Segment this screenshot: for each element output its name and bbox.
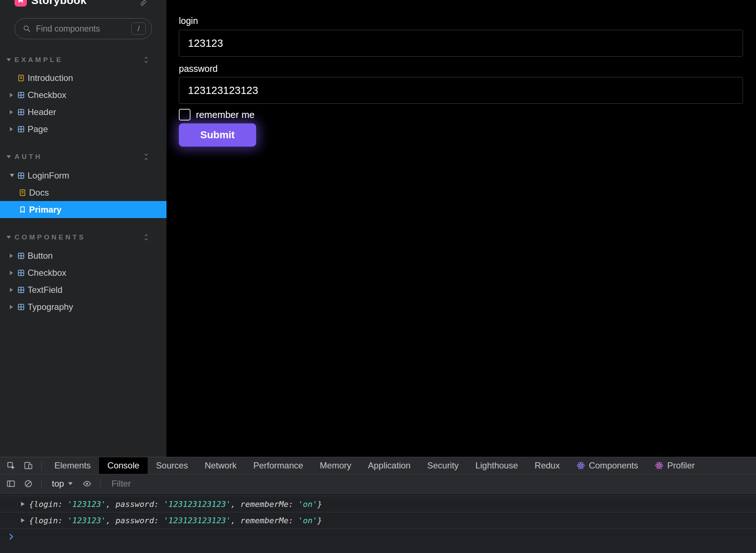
- device-toolbar-icon[interactable]: [20, 457, 37, 474]
- disclosure-triangle-icon[interactable]: [21, 518, 25, 523]
- caret-right-icon[interactable]: [10, 127, 13, 131]
- brand-title[interactable]: Storybook: [31, 0, 87, 7]
- console-message-row: {login: '123123', password: '12312312312…: [0, 512, 756, 529]
- section-collapse-all-icon[interactable]: [143, 153, 150, 160]
- tab-network[interactable]: Network: [196, 457, 245, 474]
- app-window: Storybook / EXAMPLE: [0, 0, 756, 553]
- sidebar-item-page[interactable]: Page: [0, 120, 167, 138]
- sidebar-item-header[interactable]: Header: [0, 103, 167, 120]
- tab-sources[interactable]: Sources: [148, 457, 196, 474]
- caret-right-icon[interactable]: [10, 254, 13, 258]
- console-object-preview: {login: '123123', password: '12312312312…: [29, 516, 322, 525]
- caret-down-icon: [7, 58, 11, 61]
- section-title: COMPONENTS: [15, 233, 86, 241]
- sidebar-item-introduction[interactable]: Introduction: [0, 69, 167, 86]
- inspect-element-icon[interactable]: [2, 457, 20, 474]
- tab-memory[interactable]: Memory: [312, 457, 360, 474]
- section-header-example[interactable]: EXAMPLE: [0, 55, 167, 65]
- section-expand-all-icon[interactable]: [143, 56, 150, 64]
- divider: [41, 479, 42, 488]
- section-title: AUTH: [15, 153, 42, 161]
- search-input[interactable]: [35, 24, 131, 34]
- section-items-example: Introduction Checkbox Header: [0, 69, 167, 138]
- console-prompt-icon: [8, 533, 15, 540]
- submit-button[interactable]: Submit: [179, 123, 256, 147]
- remember-me-row: remember me: [179, 109, 743, 120]
- context-selector[interactable]: top: [46, 479, 78, 489]
- caret-right-icon[interactable]: [10, 93, 13, 97]
- component-icon: [17, 108, 25, 116]
- search-shortcut-badge: /: [131, 22, 146, 35]
- component-icon: [17, 252, 25, 259]
- console-message-row: {login: '123123', password: '12312312312…: [0, 496, 756, 512]
- component-icon: [17, 303, 25, 311]
- sidebar-item-button[interactable]: Button: [0, 247, 167, 264]
- component-icon: [17, 126, 25, 133]
- console-object-preview: {login: '123123', password: '12312312312…: [29, 500, 322, 509]
- tab-performance[interactable]: Performance: [245, 457, 311, 474]
- tab-components[interactable]: Components: [568, 457, 646, 474]
- console-filter-input[interactable]: [111, 478, 756, 489]
- sidebar-item-docs[interactable]: Docs: [0, 184, 167, 201]
- storybook-sidebar: Storybook / EXAMPLE: [0, 0, 167, 457]
- eye-icon[interactable]: [78, 479, 96, 488]
- caret-right-icon[interactable]: [10, 288, 13, 292]
- console-messages: {login: '123123', password: '12312312312…: [0, 496, 756, 545]
- search-icon: [23, 25, 31, 33]
- divider: [41, 461, 42, 470]
- remember-me-label: remember me: [196, 109, 255, 120]
- login-label: login: [179, 15, 743, 26]
- react-atom-icon: [655, 461, 663, 470]
- sidebar-item-loginform[interactable]: LoginForm: [0, 167, 167, 184]
- link-icon[interactable]: [140, 0, 147, 8]
- component-icon: [17, 172, 25, 179]
- document-icon: [19, 189, 26, 196]
- login-form: login password remember me Submit: [167, 0, 756, 147]
- brand-row: Storybook: [0, 0, 167, 8]
- tab-redux[interactable]: Redux: [526, 457, 568, 474]
- story-canvas: login password remember me Submit: [167, 0, 756, 457]
- tab-elements[interactable]: Elements: [46, 457, 99, 474]
- devtools-tabbar: Elements Console Sources Network Perform…: [0, 457, 756, 474]
- chevron-down-icon: [68, 482, 73, 485]
- document-icon: [17, 74, 25, 82]
- sidebar-item-typography[interactable]: Typography: [0, 298, 167, 315]
- section-items-components: Button Checkbox TextField: [0, 247, 167, 315]
- caret-right-icon[interactable]: [10, 271, 13, 275]
- react-atom-icon: [576, 461, 585, 470]
- sidebar-item-checkbox-2[interactable]: Checkbox: [0, 264, 167, 281]
- section-header-components[interactable]: COMPONENTS: [0, 233, 167, 242]
- section-title: EXAMPLE: [15, 56, 63, 64]
- dock-side-icon[interactable]: [2, 479, 20, 488]
- sidebar-item-textfield[interactable]: TextField: [0, 281, 167, 298]
- console-prompt[interactable]: [0, 529, 756, 545]
- console-toolbar: top: [0, 474, 756, 493]
- caret-down-icon[interactable]: [10, 174, 14, 177]
- sidebar-item-checkbox[interactable]: Checkbox: [0, 86, 167, 103]
- section-expand-all-icon[interactable]: [143, 234, 150, 241]
- tab-application[interactable]: Application: [359, 457, 419, 474]
- section-items-auth: LoginForm Docs Primary: [0, 167, 167, 218]
- remember-me-checkbox[interactable]: [179, 109, 190, 120]
- sidebar-item-primary-selected[interactable]: Primary: [0, 201, 167, 218]
- clear-console-icon[interactable]: [20, 479, 37, 488]
- disclosure-triangle-icon[interactable]: [21, 502, 25, 506]
- bookmark-icon: [19, 206, 26, 213]
- search-box[interactable]: /: [15, 18, 152, 39]
- password-input[interactable]: [179, 77, 743, 104]
- component-icon: [17, 269, 25, 276]
- tab-lighthouse[interactable]: Lighthouse: [467, 457, 526, 474]
- caret-right-icon[interactable]: [10, 305, 13, 309]
- section-header-auth[interactable]: AUTH: [0, 152, 167, 161]
- password-label: password: [179, 63, 743, 74]
- caret-down-icon: [7, 155, 11, 158]
- component-icon: [17, 286, 25, 294]
- storybook-logo-icon[interactable]: [15, 0, 27, 7]
- caret-right-icon[interactable]: [10, 110, 13, 114]
- caret-down-icon: [7, 236, 11, 239]
- tab-console[interactable]: Console: [99, 457, 148, 474]
- login-input[interactable]: [179, 30, 743, 57]
- component-icon: [17, 91, 25, 99]
- tab-security[interactable]: Security: [419, 457, 467, 474]
- tab-profiler[interactable]: Profiler: [646, 457, 703, 474]
